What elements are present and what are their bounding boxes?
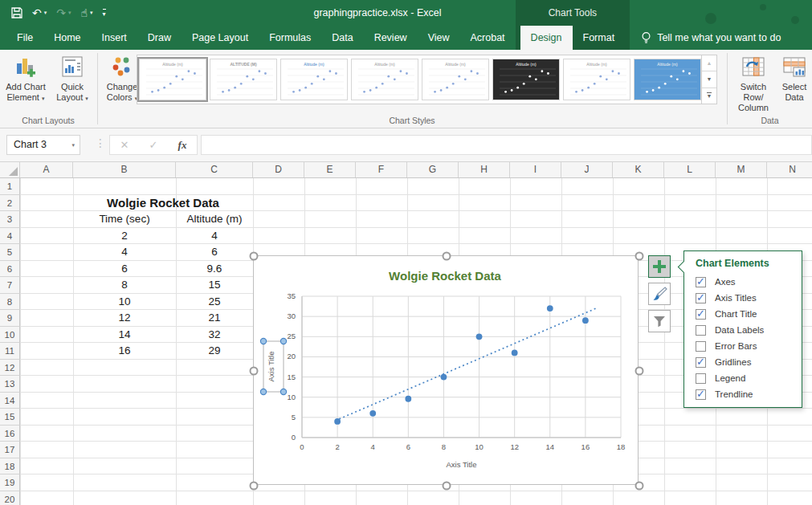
row-header-9[interactable]: 9: [0, 310, 20, 327]
enter-icon[interactable]: ✓: [149, 139, 158, 151]
cell-altitude-row9[interactable]: 21: [176, 310, 253, 327]
row-header-3[interactable]: 3: [0, 211, 20, 228]
column-header-J[interactable]: J: [561, 162, 613, 177]
checkbox-data-labels[interactable]: [696, 325, 706, 336]
column-header-B[interactable]: B: [73, 162, 176, 177]
chart-style-thumbnail-1[interactable]: Altitude (m): [139, 59, 206, 100]
chart-filters-button[interactable]: [648, 310, 671, 332]
cell-altitude-row5[interactable]: 6: [176, 244, 253, 261]
checkbox-axes[interactable]: ✓: [696, 277, 706, 287]
row-header-4[interactable]: 4: [0, 228, 20, 245]
column-header-M[interactable]: M: [716, 162, 767, 177]
cell-altitude-row6[interactable]: 9.6: [176, 261, 253, 278]
gallery-more-button[interactable]: ▼: [702, 88, 716, 104]
chart-style-thumbnail-8[interactable]: Altitude (m): [634, 59, 701, 100]
checkbox-error-bars[interactable]: [696, 341, 706, 352]
tab-design[interactable]: Design: [520, 26, 573, 50]
data-point[interactable]: [476, 333, 483, 340]
checkbox-legend[interactable]: [696, 373, 706, 384]
row-header-1[interactable]: 1: [0, 178, 20, 195]
data-point[interactable]: [547, 305, 553, 312]
chart-style-thumbnail-6[interactable]: Altitude (m): [492, 59, 560, 100]
row-header-14[interactable]: 14: [0, 393, 20, 409]
formula-input[interactable]: [201, 135, 812, 155]
column-header-I[interactable]: I: [510, 162, 561, 177]
cell-col-header-altitude[interactable]: Altitude (m): [176, 211, 253, 228]
row-header-17[interactable]: 17: [0, 442, 20, 458]
column-header-K[interactable]: K: [613, 162, 664, 177]
chart-elements-button[interactable]: [648, 255, 671, 278]
name-box-dropdown-icon[interactable]: ▾: [71, 136, 75, 154]
tab-review[interactable]: Review: [364, 26, 418, 50]
panel-item-chart-title[interactable]: ✓Chart Title: [696, 306, 802, 322]
cell-time-row7[interactable]: 8: [73, 277, 176, 294]
chart-selection-handle[interactable]: [250, 367, 259, 376]
tab-file[interactable]: File: [6, 26, 43, 50]
cell-col-header-time[interactable]: Time (sec): [73, 211, 176, 228]
row-header-12[interactable]: 12: [0, 360, 20, 377]
chart-styles-button[interactable]: [648, 283, 671, 305]
chart-selection-handle[interactable]: [635, 367, 644, 376]
cell-altitude-row11[interactable]: 29: [176, 343, 253, 360]
cell-time-row11[interactable]: 16: [73, 343, 176, 360]
column-header-D[interactable]: D: [253, 162, 304, 177]
tab-draw[interactable]: Draw: [137, 26, 182, 50]
panel-item-axis-titles[interactable]: ✓Axis Titles: [696, 290, 802, 306]
data-point[interactable]: [582, 317, 589, 324]
quick-layout-button[interactable]: Quick Layout ▾: [50, 53, 95, 114]
row-header-18[interactable]: 18: [0, 458, 20, 475]
panel-item-data-labels[interactable]: Data Labels: [696, 322, 802, 338]
chart-selection-handle[interactable]: [635, 252, 644, 261]
tab-format[interactable]: Format: [573, 26, 626, 50]
checkbox-axis-titles[interactable]: ✓: [696, 293, 706, 303]
trendline[interactable]: [339, 307, 598, 419]
column-header-N[interactable]: N: [767, 162, 812, 177]
row-header-20[interactable]: 20: [0, 491, 20, 505]
row-header-6[interactable]: 6: [0, 261, 20, 278]
selection-handle-small[interactable]: [280, 338, 286, 344]
chart-selection-handle[interactable]: [250, 252, 259, 261]
x-axis-title[interactable]: Axis Title: [446, 460, 476, 469]
column-header-C[interactable]: C: [176, 162, 253, 177]
selection-handle-small[interactable]: [260, 389, 266, 394]
switch-row-column-button[interactable]: Switch Row/ Column: [729, 53, 777, 114]
chart-selection-handle[interactable]: [635, 482, 644, 491]
panel-item-trendline[interactable]: ✓Trendline: [696, 386, 802, 402]
tab-data[interactable]: Data: [321, 26, 363, 50]
row-header-19[interactable]: 19: [0, 474, 20, 491]
cancel-icon[interactable]: ✕: [120, 139, 129, 151]
selection-handle-small[interactable]: [280, 389, 286, 394]
chart-style-thumbnail-5[interactable]: Altitude (m): [422, 59, 489, 100]
tab-view[interactable]: View: [418, 26, 460, 50]
tell-me-box[interactable]: Tell me what you want to do: [641, 26, 781, 50]
panel-item-legend[interactable]: Legend: [696, 370, 802, 386]
cell-altitude-row10[interactable]: 32: [176, 327, 253, 344]
cell-altitude-row7[interactable]: 15: [176, 277, 253, 294]
data-point[interactable]: [369, 410, 376, 417]
tab-home[interactable]: Home: [43, 26, 91, 50]
row-header-11[interactable]: 11: [0, 343, 20, 360]
panel-item-error-bars[interactable]: Error Bars: [696, 338, 802, 354]
row-header-5[interactable]: 5: [0, 244, 20, 261]
embedded-chart[interactable]: 02468101214161805101520253035Wolgie Rock…: [253, 255, 639, 485]
cell-time-row4[interactable]: 2: [73, 228, 176, 245]
chart-selection-handle[interactable]: [250, 482, 259, 491]
data-point[interactable]: [405, 396, 411, 402]
chart-style-thumbnail-7[interactable]: Altitude (m): [563, 59, 630, 100]
gallery-scroll-up-button[interactable]: ▲: [702, 55, 716, 71]
tab-insert[interactable]: Insert: [92, 26, 137, 50]
chart-style-thumbnail-2[interactable]: ALTITUDE (M): [210, 59, 277, 100]
row-header-8[interactable]: 8: [0, 294, 20, 311]
cell-time-row9[interactable]: 12: [73, 310, 176, 327]
cell-table-title[interactable]: Wolgie Rocket Data: [73, 195, 253, 212]
panel-item-axes[interactable]: ✓Axes: [696, 274, 802, 290]
checkbox-trendline[interactable]: ✓: [696, 389, 706, 400]
data-point[interactable]: [334, 418, 341, 425]
tab-acrobat[interactable]: Acrobat: [460, 26, 516, 50]
cell-altitude-row8[interactable]: 25: [176, 294, 253, 311]
column-header-A[interactable]: A: [20, 162, 73, 177]
chart-style-thumbnail-3[interactable]: Altitude (m): [280, 59, 348, 100]
row-header-13[interactable]: 13: [0, 376, 20, 393]
checkbox-chart-title[interactable]: ✓: [696, 309, 706, 320]
cell-time-row5[interactable]: 4: [73, 244, 176, 261]
